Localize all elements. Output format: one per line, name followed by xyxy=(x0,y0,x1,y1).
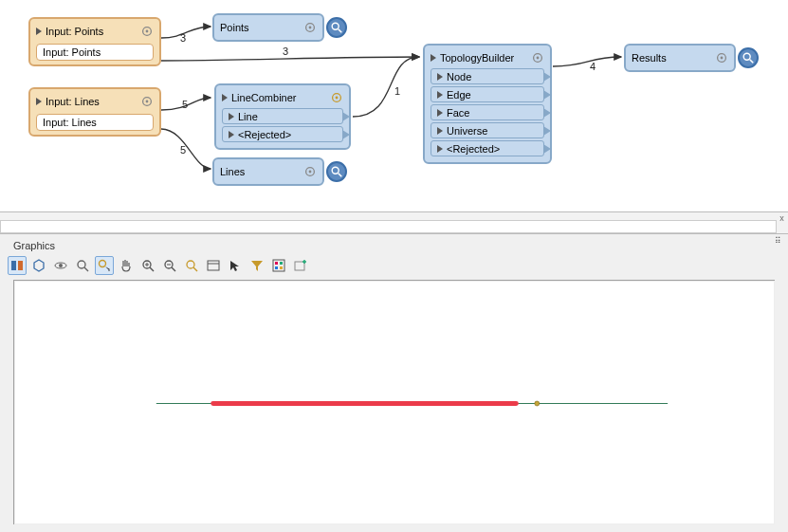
chevron-right-icon xyxy=(229,113,234,120)
svg-point-11 xyxy=(309,171,312,174)
filter-icon[interactable] xyxy=(247,256,266,275)
gear-icon[interactable] xyxy=(531,51,544,64)
expand-icon[interactable] xyxy=(222,94,228,101)
svg-line-7 xyxy=(339,29,342,33)
edge-count: 4 xyxy=(590,61,596,72)
reader-lines-port[interactable]: Input: Lines xyxy=(36,114,154,131)
display-control-icon[interactable] xyxy=(269,256,288,275)
svg-point-18 xyxy=(743,53,750,60)
port-rejected[interactable]: <Rejected> xyxy=(222,126,343,142)
gear-icon[interactable] xyxy=(140,95,154,108)
expand-icon[interactable] xyxy=(36,98,42,105)
zoom-select-icon[interactable] xyxy=(73,256,92,275)
svg-point-6 xyxy=(332,23,339,29)
inspector-points[interactable]: Points xyxy=(212,13,324,42)
port-face[interactable]: Face xyxy=(431,104,544,120)
zoom-out-icon[interactable] xyxy=(160,256,179,275)
pan-icon[interactable] xyxy=(117,256,136,275)
svg-point-34 xyxy=(187,261,194,268)
zoom-extents-icon[interactable] xyxy=(182,256,201,275)
view3d-icon[interactable] xyxy=(29,256,48,275)
chevron-right-icon xyxy=(437,145,443,153)
port-label: Node xyxy=(447,71,471,83)
svg-rect-41 xyxy=(275,266,278,269)
gear-icon[interactable] xyxy=(303,165,317,178)
panel-title: Graphics xyxy=(13,240,55,251)
svg-point-15 xyxy=(537,57,540,60)
select-icon[interactable] xyxy=(95,256,114,275)
graphics-panel: Graphics ⠿ xyxy=(0,234,788,532)
gear-icon[interactable] xyxy=(140,25,154,38)
graphics-viewport[interactable] xyxy=(13,280,775,524)
reader-points[interactable]: Input: Points Input: Points xyxy=(28,17,161,66)
close-icon[interactable]: x xyxy=(778,214,786,223)
orbit-icon[interactable] xyxy=(51,256,70,275)
reader-points-port[interactable]: Input: Points xyxy=(36,44,154,61)
workspace-canvas[interactable]: Input: Points Input: Points Input: Lines… xyxy=(0,0,788,199)
svg-point-17 xyxy=(721,57,724,60)
view2d-icon[interactable] xyxy=(8,256,27,275)
results-label: Results xyxy=(632,52,711,64)
inspector-points-label: Points xyxy=(220,22,300,33)
svg-point-9 xyxy=(336,97,339,100)
svg-rect-42 xyxy=(280,266,283,269)
svg-line-19 xyxy=(750,60,754,64)
chevron-right-icon xyxy=(437,91,443,99)
port-node[interactable]: Node xyxy=(431,68,544,84)
new-view-icon[interactable] xyxy=(291,256,310,275)
svg-rect-36 xyxy=(208,261,219,270)
inspector-results[interactable]: Results xyxy=(624,44,736,72)
inspector-points-group: Points xyxy=(212,13,347,42)
chevron-right-icon xyxy=(437,127,443,135)
inspector-results-group: Results xyxy=(624,44,759,72)
svg-point-3 xyxy=(146,101,149,103)
port-edge[interactable]: Edge xyxy=(431,86,544,102)
graphics-svg xyxy=(14,281,775,524)
svg-line-25 xyxy=(84,267,88,271)
inspector-lines[interactable]: Lines xyxy=(212,157,324,186)
svg-point-23 xyxy=(59,264,63,267)
magnifier-icon[interactable] xyxy=(738,47,759,68)
splitter-bar[interactable]: x xyxy=(0,211,788,234)
svg-point-12 xyxy=(332,167,339,174)
edge-count: 1 xyxy=(394,85,400,97)
gear-icon[interactable] xyxy=(715,51,728,64)
port-universe[interactable]: Universe xyxy=(431,122,544,138)
svg-line-33 xyxy=(172,267,175,271)
port-label: Input: Lines xyxy=(43,117,97,128)
port-label: Face xyxy=(447,107,469,119)
topologybuilder-title: TopologyBuilder xyxy=(440,52,527,64)
expand-icon[interactable] xyxy=(431,54,436,62)
pick-icon[interactable] xyxy=(226,256,245,275)
port-rejected[interactable]: <Rejected> xyxy=(431,140,544,156)
svg-line-13 xyxy=(339,174,342,177)
window-icon[interactable] xyxy=(204,256,223,275)
gear-icon[interactable] xyxy=(303,21,317,34)
edge-count: 5 xyxy=(182,99,188,110)
svg-rect-39 xyxy=(275,262,278,265)
splitter-track xyxy=(0,220,777,233)
dock-icon[interactable]: ⠿ xyxy=(775,236,784,246)
svg-point-1 xyxy=(146,30,149,33)
magnifier-icon[interactable] xyxy=(326,17,347,38)
svg-point-46 xyxy=(535,401,540,406)
transformer-topologybuilder[interactable]: TopologyBuilder Node Edge Face Universe … xyxy=(423,44,552,164)
inspector-lines-group: Lines xyxy=(212,157,347,186)
magnifier-icon[interactable] xyxy=(326,161,347,182)
port-line[interactable]: Line xyxy=(222,108,343,124)
reader-lines-title: Input: Lines xyxy=(46,96,137,107)
port-label: Input: Points xyxy=(43,46,101,58)
reader-lines[interactable]: Input: Lines Input: Lines xyxy=(28,87,161,137)
chevron-right-icon xyxy=(229,131,234,138)
svg-point-26 xyxy=(100,261,106,267)
svg-line-30 xyxy=(150,267,154,271)
svg-rect-20 xyxy=(11,261,16,270)
edge-count: 5 xyxy=(180,144,186,156)
zoom-in-icon[interactable] xyxy=(138,256,157,275)
gear-icon[interactable] xyxy=(330,91,343,104)
port-label: Universe xyxy=(447,125,487,137)
svg-rect-21 xyxy=(18,261,23,270)
transformer-linecombiner[interactable]: LineCombiner Line <Rejected> xyxy=(214,83,351,150)
expand-icon[interactable] xyxy=(36,28,42,35)
svg-rect-38 xyxy=(273,260,284,271)
